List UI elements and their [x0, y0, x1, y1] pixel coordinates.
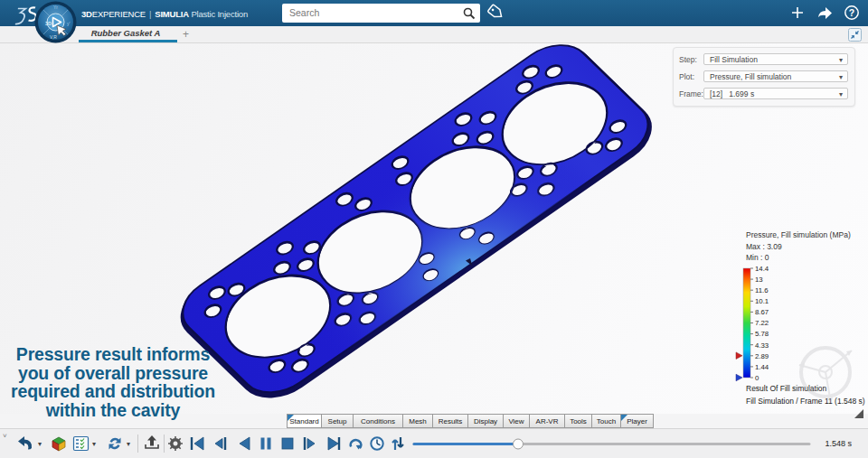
svg-text:14.4: 14.4	[755, 265, 769, 273]
svg-text:▾: ▾	[38, 440, 42, 448]
svg-text:▾: ▾	[92, 440, 96, 448]
svg-text:8.67: 8.67	[755, 308, 769, 316]
svg-text:˅: ˅	[3, 432, 7, 440]
svg-text:0: 0	[755, 374, 760, 382]
svg-text:▾: ▾	[127, 440, 130, 448]
svg-text:5.78: 5.78	[755, 330, 769, 338]
svg-text:Yr: Yr	[53, 5, 58, 10]
svg-text:1.44: 1.44	[755, 363, 769, 371]
svg-text:y': y'	[67, 21, 71, 26]
svg-text:7.22: 7.22	[755, 319, 769, 327]
svg-text:4.33: 4.33	[755, 341, 769, 350]
svg-text:13: 13	[755, 276, 763, 284]
svg-text:2.89: 2.89	[755, 352, 769, 360]
svg-text:10.1: 10.1	[755, 297, 769, 305]
svg-text:3D: 3D	[45, 21, 52, 26]
svg-text:V,R: V,R	[50, 34, 57, 40]
svg-text:?: ?	[849, 7, 854, 18]
svg-text:11.6: 11.6	[755, 286, 769, 294]
